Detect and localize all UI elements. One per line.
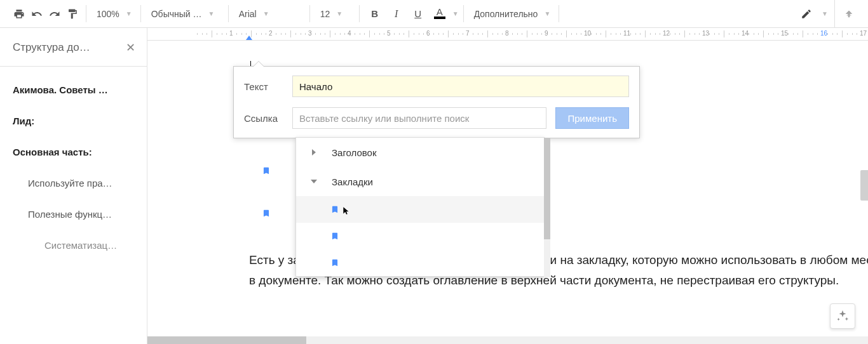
ruler-number: 16	[820, 30, 827, 37]
link-text-input[interactable]	[292, 76, 629, 97]
explore-button[interactable]	[830, 303, 855, 329]
style-value: Обычный …	[151, 9, 202, 19]
more-section: Дополнительно ▼	[465, 0, 560, 27]
bookmark-option[interactable]	[296, 196, 544, 223]
format-section: B I U A ▼	[361, 0, 464, 27]
cursor-icon	[342, 205, 351, 216]
chevron-down-icon	[311, 180, 317, 183]
sidebar-title: Структура до…	[13, 41, 90, 54]
bookmarks-label: Закладки	[332, 176, 373, 187]
outline-item[interactable]: Акимова. Советы …	[0, 78, 147, 102]
bookmark-option[interactable]	[296, 223, 544, 249]
ruler-number: 5	[387, 30, 391, 37]
ruler-number: 15	[781, 30, 788, 37]
close-sidebar-button[interactable]: ✕	[126, 41, 135, 55]
text-color-button[interactable]: A	[431, 5, 449, 23]
mode-section: ▼	[792, 0, 833, 27]
ruler-number: 17	[860, 30, 867, 37]
paint-format-button[interactable]	[64, 5, 81, 23]
style-dropdown[interactable]: Обычный … ▼	[147, 6, 224, 22]
print-button[interactable]	[10, 5, 28, 23]
scrollbar-thumb[interactable]	[147, 336, 306, 344]
bookmark-icon	[330, 230, 339, 242]
more-label: Дополнительно	[474, 9, 538, 19]
apply-button[interactable]: Применить	[555, 107, 629, 129]
font-section: Arial ▼	[230, 0, 310, 27]
insert-link-dialog: Текст Ссылка Применить	[233, 66, 640, 138]
bookmark-icon[interactable]	[262, 208, 271, 219]
link-suggestions-dropdown: Заголовок Закладки	[295, 137, 545, 277]
link-url-input[interactable]	[292, 107, 546, 129]
caret-down-icon: ▼	[126, 10, 132, 17]
ruler-number: 6	[426, 30, 430, 37]
ruler-number: 7	[466, 30, 470, 37]
link-label: Ссылка	[244, 113, 283, 124]
style-section: Обычный … ▼	[142, 0, 229, 27]
zoom-value: 100%	[97, 9, 119, 19]
ruler-number: 13	[702, 30, 709, 37]
ruler-number: 2	[269, 30, 273, 37]
hide-section	[834, 0, 863, 27]
dialog-link-row: Ссылка Применить	[234, 102, 639, 138]
caret-down-icon: ▼	[208, 10, 215, 17]
bold-button[interactable]: B	[366, 5, 384, 23]
ruler-number: 11	[623, 30, 630, 37]
editing-mode-button[interactable]	[797, 5, 815, 23]
redo-button[interactable]	[46, 5, 64, 23]
outline-item[interactable]: Полезные функц…	[0, 202, 147, 226]
scrollbar-thumb[interactable]	[544, 138, 550, 239]
size-section: 12 ▼	[311, 0, 360, 27]
ruler-number: 9	[545, 30, 548, 37]
bookmark-icon	[330, 257, 339, 268]
caret-down-icon[interactable]: ▼	[452, 10, 459, 17]
ruler-number: 12	[663, 30, 670, 37]
outline-item[interactable]: Основная часть:	[0, 140, 147, 164]
outline-item[interactable]: Систематизац…	[0, 234, 147, 257]
headings-group[interactable]: Заголовок	[296, 138, 544, 167]
sidebar-header: Структура до… ✕	[0, 41, 147, 67]
italic-button[interactable]: I	[388, 5, 405, 23]
caret-down-icon: ▼	[263, 10, 269, 17]
undo-button[interactable]	[28, 5, 46, 23]
bookmark-option[interactable]	[296, 249, 544, 276]
size-dropdown[interactable]: 12 ▼	[316, 6, 355, 22]
outline-sidebar: Структура до… ✕ Акимова. Советы … Лид: О…	[0, 28, 147, 344]
content-area: 1234567891011121314151617 Есть у закладо…	[147, 28, 868, 344]
ruler-number: 14	[742, 30, 749, 37]
indent-marker-icon[interactable]	[246, 36, 252, 40]
zoom-section: 100% ▼	[88, 0, 141, 27]
more-dropdown[interactable]: Дополнительно ▼	[470, 6, 555, 22]
outline-item[interactable]: Лид:	[0, 109, 147, 133]
dialog-text-row: Текст	[234, 67, 639, 102]
text-color-bar	[434, 17, 445, 19]
bookmark-icon[interactable]	[262, 165, 271, 176]
explore-icon	[836, 309, 850, 323]
hide-menus-button[interactable]	[840, 5, 858, 23]
caret-down-icon: ▼	[336, 10, 342, 17]
ruler-number: 10	[584, 30, 591, 37]
font-dropdown[interactable]: Arial ▼	[235, 6, 305, 22]
underline-button[interactable]: U	[409, 5, 427, 23]
main-area: Структура до… ✕ Акимова. Советы … Лид: О…	[0, 28, 868, 344]
text-color-a: A	[437, 8, 443, 16]
ruler-number: 3	[308, 30, 312, 37]
chevron-right-icon	[312, 149, 316, 155]
ruler[interactable]: 1234567891011121314151617	[147, 28, 868, 41]
headings-label: Заголовок	[332, 147, 377, 158]
dropdown-scrollbar[interactable]	[544, 138, 550, 277]
toolbar: 100% ▼ Обычный … ▼ Arial ▼ 12 ▼ B I U A …	[0, 0, 868, 28]
font-value: Arial	[239, 9, 257, 19]
ruler-number: 8	[505, 30, 509, 37]
toolbar-actions	[5, 0, 86, 27]
page-scroll-indicator[interactable]	[860, 170, 868, 201]
outline-item[interactable]: Используйте пра…	[0, 171, 147, 195]
size-value: 12	[320, 9, 330, 19]
caret-down-icon[interactable]: ▼	[822, 10, 828, 17]
caret-down-icon: ▼	[544, 10, 550, 17]
ruler-number: 4	[348, 30, 351, 37]
horizontal-scrollbar[interactable]	[147, 336, 868, 344]
bookmarks-group[interactable]: Закладки	[296, 167, 544, 196]
zoom-dropdown[interactable]: 100% ▼	[93, 6, 136, 22]
bookmark-icon	[330, 204, 339, 215]
text-label: Текст	[244, 81, 283, 92]
